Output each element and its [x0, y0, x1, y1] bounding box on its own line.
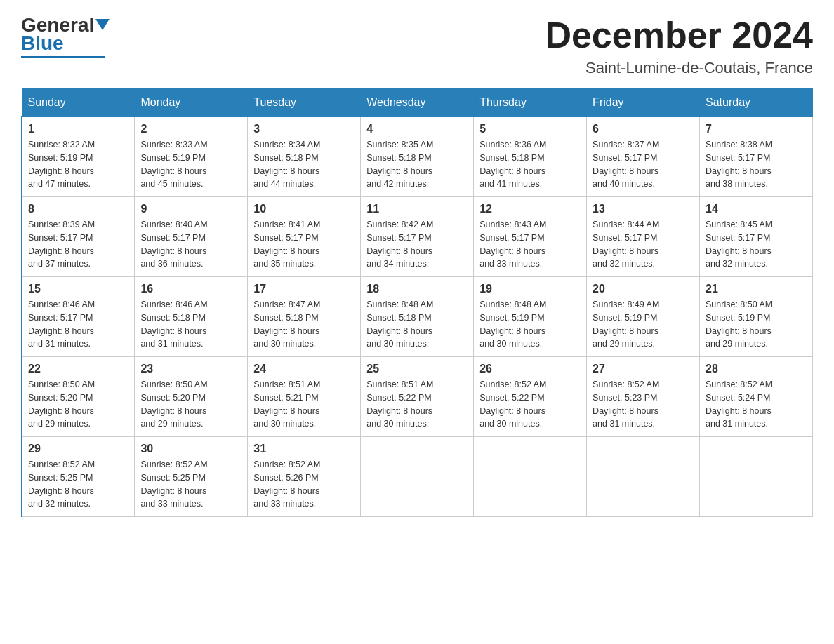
table-row: 3 Sunrise: 8:34 AM Sunset: 5:18 PM Dayli…	[248, 116, 361, 197]
table-row: 23 Sunrise: 8:50 AM Sunset: 5:20 PM Dayl…	[135, 357, 248, 437]
day-info: Sunrise: 8:52 AM Sunset: 5:23 PM Dayligh…	[593, 378, 694, 431]
day-info: Sunrise: 8:41 AM Sunset: 5:17 PM Dayligh…	[253, 218, 355, 271]
header-wednesday: Wednesday	[361, 89, 474, 117]
day-number: 10	[253, 203, 355, 215]
header: General Blue December 2024 Saint-Lumine-…	[21, 14, 813, 77]
table-row	[587, 437, 700, 517]
day-info: Sunrise: 8:46 AM Sunset: 5:17 PM Dayligh…	[28, 298, 128, 351]
day-number: 22	[28, 363, 128, 375]
day-info: Sunrise: 8:37 AM Sunset: 5:17 PM Dayligh…	[593, 138, 694, 191]
table-row: 29 Sunrise: 8:52 AM Sunset: 5:25 PM Dayl…	[22, 437, 135, 517]
table-row: 1 Sunrise: 8:32 AM Sunset: 5:19 PM Dayli…	[22, 116, 135, 197]
day-number: 3	[253, 123, 355, 135]
day-info: Sunrise: 8:51 AM Sunset: 5:21 PM Dayligh…	[253, 378, 355, 431]
logo-blue-text: Blue	[21, 32, 64, 55]
table-row: 2 Sunrise: 8:33 AM Sunset: 5:19 PM Dayli…	[135, 116, 248, 197]
day-number: 14	[706, 203, 807, 215]
day-number: 23	[140, 363, 241, 375]
day-info: Sunrise: 8:38 AM Sunset: 5:17 PM Dayligh…	[706, 138, 807, 191]
day-info: Sunrise: 8:50 AM Sunset: 5:20 PM Dayligh…	[140, 378, 241, 431]
day-number: 20	[593, 283, 694, 295]
header-tuesday: Tuesday	[248, 89, 361, 117]
day-info: Sunrise: 8:52 AM Sunset: 5:25 PM Dayligh…	[140, 458, 241, 511]
day-info: Sunrise: 8:48 AM Sunset: 5:19 PM Dayligh…	[479, 298, 581, 351]
table-row: 25 Sunrise: 8:51 AM Sunset: 5:22 PM Dayl…	[361, 357, 474, 437]
day-number: 2	[140, 123, 241, 135]
header-sunday: Sunday	[22, 89, 135, 117]
table-row: 13 Sunrise: 8:44 AM Sunset: 5:17 PM Dayl…	[587, 197, 700, 277]
day-number: 1	[28, 123, 128, 135]
day-number: 8	[28, 203, 128, 215]
table-row: 20 Sunrise: 8:49 AM Sunset: 5:19 PM Dayl…	[587, 277, 700, 357]
table-row: 7 Sunrise: 8:38 AM Sunset: 5:17 PM Dayli…	[700, 116, 813, 197]
table-row: 30 Sunrise: 8:52 AM Sunset: 5:25 PM Dayl…	[135, 437, 248, 517]
table-row: 27 Sunrise: 8:52 AM Sunset: 5:23 PM Dayl…	[587, 357, 700, 437]
day-info: Sunrise: 8:40 AM Sunset: 5:17 PM Dayligh…	[140, 218, 241, 271]
table-row: 10 Sunrise: 8:41 AM Sunset: 5:17 PM Dayl…	[248, 197, 361, 277]
day-number: 6	[593, 123, 694, 135]
calendar-week-row: 1 Sunrise: 8:32 AM Sunset: 5:19 PM Dayli…	[22, 116, 813, 197]
calendar-week-row: 8 Sunrise: 8:39 AM Sunset: 5:17 PM Dayli…	[22, 197, 813, 277]
day-info: Sunrise: 8:34 AM Sunset: 5:18 PM Dayligh…	[253, 138, 355, 191]
calendar-week-row: 22 Sunrise: 8:50 AM Sunset: 5:20 PM Dayl…	[22, 357, 813, 437]
day-number: 30	[140, 443, 241, 455]
table-row	[361, 437, 474, 517]
header-saturday: Saturday	[700, 89, 813, 117]
table-row: 8 Sunrise: 8:39 AM Sunset: 5:17 PM Dayli…	[22, 197, 135, 277]
table-row: 21 Sunrise: 8:50 AM Sunset: 5:19 PM Dayl…	[700, 277, 813, 357]
day-info: Sunrise: 8:46 AM Sunset: 5:18 PM Dayligh…	[140, 298, 241, 351]
calendar-title: December 2024	[545, 14, 813, 56]
title-area: December 2024 Saint-Lumine-de-Coutais, F…	[545, 14, 813, 77]
day-number: 15	[28, 283, 128, 295]
table-row: 17 Sunrise: 8:47 AM Sunset: 5:18 PM Dayl…	[248, 277, 361, 357]
logo-triangle-icon	[95, 19, 110, 30]
header-monday: Monday	[135, 89, 248, 117]
table-row: 22 Sunrise: 8:50 AM Sunset: 5:20 PM Dayl…	[22, 357, 135, 437]
logo: General Blue	[21, 14, 110, 58]
table-row: 24 Sunrise: 8:51 AM Sunset: 5:21 PM Dayl…	[248, 357, 361, 437]
day-info: Sunrise: 8:32 AM Sunset: 5:19 PM Dayligh…	[28, 138, 128, 191]
day-info: Sunrise: 8:36 AM Sunset: 5:18 PM Dayligh…	[479, 138, 581, 191]
day-number: 16	[140, 283, 241, 295]
table-row: 28 Sunrise: 8:52 AM Sunset: 5:24 PM Dayl…	[700, 357, 813, 437]
day-info: Sunrise: 8:33 AM Sunset: 5:19 PM Dayligh…	[140, 138, 241, 191]
table-row: 15 Sunrise: 8:46 AM Sunset: 5:17 PM Dayl…	[22, 277, 135, 357]
day-number: 21	[706, 283, 807, 295]
table-row: 18 Sunrise: 8:48 AM Sunset: 5:18 PM Dayl…	[361, 277, 474, 357]
calendar-table: Sunday Monday Tuesday Wednesday Thursday…	[21, 88, 813, 517]
day-number: 28	[706, 363, 807, 375]
day-info: Sunrise: 8:44 AM Sunset: 5:17 PM Dayligh…	[593, 218, 694, 271]
day-info: Sunrise: 8:35 AM Sunset: 5:18 PM Dayligh…	[366, 138, 468, 191]
day-info: Sunrise: 8:39 AM Sunset: 5:17 PM Dayligh…	[28, 218, 128, 271]
table-row: 26 Sunrise: 8:52 AM Sunset: 5:22 PM Dayl…	[474, 357, 587, 437]
day-number: 24	[253, 363, 355, 375]
day-number: 27	[593, 363, 694, 375]
table-row: 6 Sunrise: 8:37 AM Sunset: 5:17 PM Dayli…	[587, 116, 700, 197]
day-info: Sunrise: 8:52 AM Sunset: 5:26 PM Dayligh…	[253, 458, 355, 511]
table-row: 5 Sunrise: 8:36 AM Sunset: 5:18 PM Dayli…	[474, 116, 587, 197]
day-number: 13	[593, 203, 694, 215]
calendar-header-row: Sunday Monday Tuesday Wednesday Thursday…	[22, 89, 813, 117]
day-info: Sunrise: 8:52 AM Sunset: 5:22 PM Dayligh…	[479, 378, 581, 431]
day-info: Sunrise: 8:48 AM Sunset: 5:18 PM Dayligh…	[366, 298, 468, 351]
day-info: Sunrise: 8:43 AM Sunset: 5:17 PM Dayligh…	[479, 218, 581, 271]
day-info: Sunrise: 8:45 AM Sunset: 5:17 PM Dayligh…	[706, 218, 807, 271]
calendar-week-row: 15 Sunrise: 8:46 AM Sunset: 5:17 PM Dayl…	[22, 277, 813, 357]
day-info: Sunrise: 8:42 AM Sunset: 5:17 PM Dayligh…	[366, 218, 468, 271]
day-number: 4	[366, 123, 468, 135]
table-row: 19 Sunrise: 8:48 AM Sunset: 5:19 PM Dayl…	[474, 277, 587, 357]
table-row: 14 Sunrise: 8:45 AM Sunset: 5:17 PM Dayl…	[700, 197, 813, 277]
day-number: 26	[479, 363, 581, 375]
day-number: 31	[253, 443, 355, 455]
table-row: 16 Sunrise: 8:46 AM Sunset: 5:18 PM Dayl…	[135, 277, 248, 357]
day-number: 25	[366, 363, 468, 375]
logo-underline	[21, 56, 105, 58]
day-info: Sunrise: 8:51 AM Sunset: 5:22 PM Dayligh…	[366, 378, 468, 431]
table-row: 4 Sunrise: 8:35 AM Sunset: 5:18 PM Dayli…	[361, 116, 474, 197]
day-info: Sunrise: 8:52 AM Sunset: 5:25 PM Dayligh…	[28, 458, 128, 511]
calendar-subtitle: Saint-Lumine-de-Coutais, France	[545, 59, 813, 77]
day-number: 17	[253, 283, 355, 295]
table-row: 11 Sunrise: 8:42 AM Sunset: 5:17 PM Dayl…	[361, 197, 474, 277]
day-number: 9	[140, 203, 241, 215]
day-number: 29	[28, 443, 128, 455]
